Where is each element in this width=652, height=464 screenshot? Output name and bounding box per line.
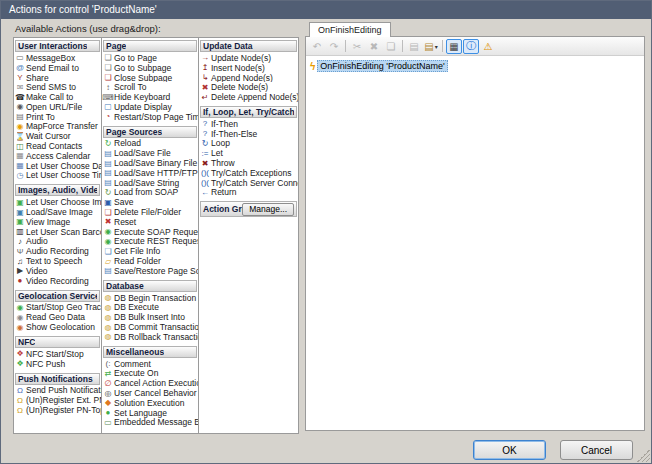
section-header: Page Sources xyxy=(103,126,197,138)
action-item[interactable]: ▦Let User Choose Date xyxy=(14,161,101,171)
paste-special-icon[interactable]: ▤▾ xyxy=(423,39,439,54)
action-item[interactable]: Ω(Un)Register PN-Topics xyxy=(14,405,101,415)
action-item[interactable]: ❖NFC Start/Stop xyxy=(14,349,101,359)
action-item[interactable]: ΩSend Push Notification xyxy=(14,386,101,396)
action-item[interactable]: ()(Try/Catch Server Connection xyxy=(199,178,298,188)
action-item[interactable]: ❏Go to Subpage xyxy=(102,63,198,73)
action-item[interactable]: :=Let xyxy=(199,148,298,158)
action-item[interactable]: ↻Loop xyxy=(199,139,298,149)
action-item[interactable]: ↥Insert Node(s) xyxy=(199,63,298,73)
action-item[interactable]: ↕Scroll To xyxy=(102,82,198,92)
action-item[interactable]: ▤Save/Restore Page Sources xyxy=(102,266,198,276)
action-item[interactable]: ↳Append Node(s) xyxy=(199,73,298,83)
action-item[interactable]: ▦Access Calendar xyxy=(14,151,101,161)
load-save-http-ftp-icon: ▤ xyxy=(102,168,114,177)
action-item[interactable]: ⇄Execute On xyxy=(102,369,198,379)
redo-icon[interactable]: ↷ xyxy=(326,39,342,54)
action-item[interactable]: ◉MapForce Transfer xyxy=(14,122,101,132)
action-item[interactable]: ▤Load/Save File xyxy=(102,148,198,158)
delete-icon[interactable]: ✖ xyxy=(366,39,382,54)
action-item[interactable]: ◉Execute REST Request xyxy=(102,237,198,247)
cancel-button[interactable]: Cancel xyxy=(560,440,633,460)
action-item[interactable]: ◍DB Bulk Insert Into xyxy=(102,312,198,322)
info-icon[interactable]: ⓘ xyxy=(463,39,479,54)
action-item[interactable]: ▣Let User Choose Image xyxy=(14,197,101,207)
action-item[interactable]: ❏Delete File/Folder xyxy=(102,207,198,217)
dialog-title: Actions for control 'ProductName' xyxy=(1,1,651,19)
action-item[interactable]: ❖NFC Push xyxy=(14,359,101,369)
action-item[interactable]: ♪Audio xyxy=(14,237,101,247)
action-item[interactable]: ❏Get File Info xyxy=(102,246,198,256)
copy-icon[interactable]: ❏ xyxy=(383,39,399,54)
event-label[interactable]: OnFinishEditing 'ProductName' xyxy=(317,60,448,72)
action-item[interactable]: ◉Show Geolocation xyxy=(14,322,101,332)
action-item[interactable]: ●Video Recording xyxy=(14,276,101,286)
ok-button[interactable]: OK xyxy=(473,440,546,460)
action-item[interactable]: ✖Delete Node(s) xyxy=(199,82,298,92)
action-item[interactable]: ✖Reset xyxy=(102,217,198,227)
action-item[interactable]: ▭Embedded Message Back xyxy=(102,418,198,428)
action-item[interactable]: ∅Cancel Action Execution xyxy=(102,378,198,388)
action-item[interactable]: ◷Let User Choose Time xyxy=(14,171,101,181)
action-item[interactable]: ❏Close Subpage xyxy=(102,73,198,83)
action-item[interactable]: ◉Start/Stop Geo Tracking xyxy=(14,303,101,313)
action-item[interactable]: (:Comment xyxy=(102,359,198,369)
action-item[interactable]: ◉Execute SOAP Request xyxy=(102,227,198,237)
action-item[interactable]: ◉Open URL/File xyxy=(14,102,101,112)
action-item[interactable]: ▭MessageBox xyxy=(14,53,101,63)
action-item[interactable]: ◍DB Rollback Transaction xyxy=(102,332,198,342)
action-item[interactable]: YShare xyxy=(14,73,101,83)
undo-icon[interactable]: ↶ xyxy=(309,39,325,54)
action-item[interactable]: @Send Email to xyxy=(14,63,101,73)
action-item[interactable]: ▶Video xyxy=(14,266,101,276)
action-item[interactable]: ✉Send SMS to xyxy=(14,82,101,92)
action-item[interactable]: ▣View Image xyxy=(14,217,101,227)
action-item-label: (Un)Register PN-Topics xyxy=(26,405,101,415)
action-item[interactable]: ()(Try/Catch Exceptions xyxy=(199,168,298,178)
manage-button[interactable]: Manage... xyxy=(242,203,294,216)
action-item[interactable]: ❏Go to Page xyxy=(102,53,198,63)
action-item[interactable]: ▤Load/Save HTTP/FTP xyxy=(102,168,198,178)
action-item[interactable]: ΨAudio Recording xyxy=(14,246,101,256)
action-item[interactable]: ●Set Language xyxy=(102,408,198,418)
action-item[interactable]: ◉Read Geo Data xyxy=(14,312,101,322)
action-item[interactable]: Ω(Un)Register Ext. PN-Key xyxy=(14,395,101,405)
action-item[interactable]: ↵Delete Append Node(s) xyxy=(199,92,298,102)
action-item[interactable]: ▣Save xyxy=(102,197,198,207)
action-item[interactable]: ⌨Hide Keyboard xyxy=(102,92,198,102)
paste-icon[interactable]: ▤ xyxy=(406,39,422,54)
action-item[interactable]: →Update Node(s) xyxy=(199,53,298,63)
action-item[interactable]: ▢Update Display xyxy=(102,102,198,112)
section-header: If, Loop, Let, Try/Catch, Throw xyxy=(200,106,297,118)
action-item[interactable]: ♫Text to Speech xyxy=(14,256,101,266)
action-item[interactable]: ◆Solution Execution xyxy=(102,398,198,408)
action-item[interactable]: ▤Load/Save Binary File xyxy=(102,158,198,168)
tab-onfinishediting[interactable]: OnFinishEditing xyxy=(309,22,391,37)
action-item[interactable]: ☎Make Call to xyxy=(14,92,101,102)
action-item[interactable]: ▤Print To xyxy=(14,112,101,122)
action-item[interactable]: ←Return xyxy=(199,188,298,198)
action-item[interactable]: ⌛Wait Cursor xyxy=(14,131,101,141)
cut-icon[interactable]: ✂ xyxy=(349,39,365,54)
show-groups-icon[interactable]: ▦ xyxy=(446,39,462,54)
action-item[interactable]: ◎User Cancel Behavior xyxy=(102,388,198,398)
action-item[interactable]: ◍DB Begin Transaction xyxy=(102,293,198,303)
action-item-label: DB Rollback Transaction xyxy=(114,332,198,342)
action-item[interactable]: ?If-Then xyxy=(199,119,298,129)
event-row[interactable]: ϟ OnFinishEditing 'ProductName' xyxy=(310,60,644,72)
action-item[interactable]: ◔Restart/Stop Page Timer xyxy=(102,112,198,122)
action-item[interactable]: ▥Let User Scan Barcode xyxy=(14,227,101,237)
action-item[interactable]: ▣Load/Save Image xyxy=(14,207,101,217)
send-email-icon: @ xyxy=(14,63,26,72)
action-item[interactable]: ▤Load/Save String xyxy=(102,178,198,188)
action-item[interactable]: ✖Throw xyxy=(199,158,298,168)
action-item[interactable]: ?If-Then-Else xyxy=(199,129,298,139)
action-item[interactable]: ◍DB Execute xyxy=(102,303,198,313)
action-item[interactable]: ↻Load from SOAP xyxy=(102,188,198,198)
action-item[interactable]: ◫Read Contacts xyxy=(14,141,101,151)
action-item[interactable]: ◍DB Commit Transaction xyxy=(102,322,198,332)
resize-grip[interactable] xyxy=(637,449,650,462)
action-item[interactable]: ▱Read Folder xyxy=(102,256,198,266)
warnings-icon[interactable]: ⚠ xyxy=(480,39,496,54)
action-item[interactable]: ↻Reload xyxy=(102,139,198,149)
